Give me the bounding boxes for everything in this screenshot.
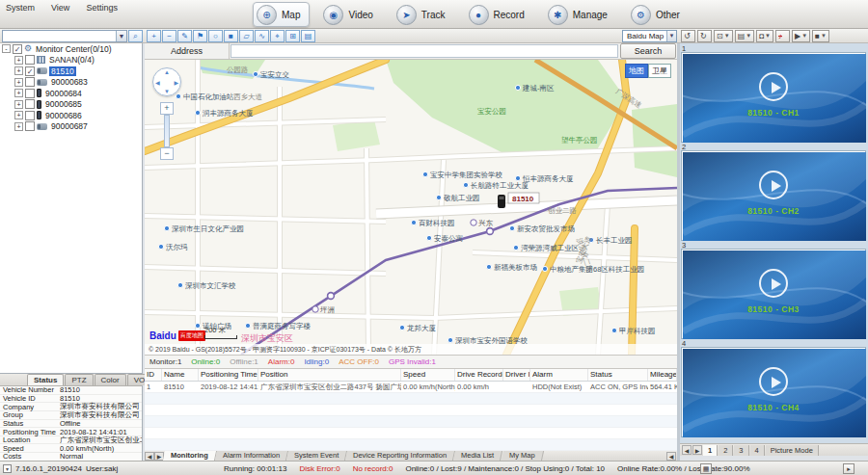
snapshot-icon[interactable]: ◘▼: [756, 30, 773, 42]
layout-grid-button[interactable]: ▦: [700, 463, 712, 474]
video-cell[interactable]: 181510 - CH1: [682, 44, 866, 142]
tree-expander[interactable]: +: [14, 111, 23, 119]
tree-item[interactable]: +90000687: [0, 121, 142, 133]
bottom-tab-device-reporting-information[interactable]: Device Reporting Information: [345, 451, 455, 461]
map-canvas[interactable]: 公园路宝安立交西乡大道中国石化加油站润丰源商务大厦建城-南区宝安公园望牛亭公园广…: [145, 60, 677, 355]
locate-tool[interactable]: ⌖: [270, 30, 285, 42]
play-icon[interactable]: [759, 72, 788, 101]
play-icon[interactable]: [759, 269, 788, 298]
video-cell[interactable]: 381510 - CH3: [682, 241, 866, 338]
bottom-tab-alarm-information[interactable]: Alarm Information: [215, 451, 288, 461]
pan-down-icon[interactable]: ▼: [164, 89, 170, 94]
toolbar-button-video[interactable]: ◉Video: [319, 2, 382, 27]
pan-up-icon[interactable]: ▲: [164, 69, 170, 75]
display-icon[interactable]: ▤▼: [735, 30, 755, 42]
video-frame[interactable]: 81510 - CH2: [682, 151, 865, 240]
video-page-tab-2[interactable]: 2: [719, 445, 733, 456]
fullscreen-icon[interactable]: ⊡▼: [714, 30, 733, 42]
tab-color[interactable]: Color: [95, 374, 126, 385]
search-button[interactable]: Search: [620, 43, 676, 59]
video-frame[interactable]: 81510 - CH4: [682, 348, 865, 436]
video-tab-scroll-right-icon[interactable]: ▶: [692, 445, 702, 455]
pan-right-icon[interactable]: ▶: [174, 79, 178, 86]
column-header[interactable]: Status: [588, 369, 648, 381]
rotate-right-icon[interactable]: ↻: [697, 30, 712, 42]
mute-icon[interactable]: ♪: [775, 30, 790, 42]
tree-checkbox[interactable]: [25, 89, 35, 98]
bottom-tab-system-event[interactable]: System Event: [286, 451, 347, 461]
chevron-down-icon[interactable]: ▼: [821, 31, 827, 41]
tree-checkbox[interactable]: ✓: [13, 44, 22, 54]
menu-item-view[interactable]: View: [49, 2, 71, 13]
bottom-tab-my-map[interactable]: My Map: [501, 451, 543, 461]
column-header[interactable]: Mileage: [648, 369, 677, 381]
fullscreen-tool[interactable]: ⊞: [285, 30, 300, 42]
menu-item-settings[interactable]: Settings: [84, 2, 120, 13]
zoom-slider[interactable]: [164, 115, 170, 147]
pan-left-icon[interactable]: ◀: [155, 79, 160, 86]
column-header[interactable]: Driver Inform: [503, 369, 530, 381]
zoom-in-tool[interactable]: +: [147, 30, 161, 42]
flag-tool[interactable]: ⚑: [193, 30, 207, 42]
satellite-mode-button[interactable]: 卫星: [648, 64, 671, 78]
tab-ptz[interactable]: PTZ: [65, 374, 93, 385]
tree-expander[interactable]: +: [14, 122, 23, 131]
bottom-tab-monitoring[interactable]: Monitoring: [163, 451, 217, 461]
tree-item[interactable]: +✓81510: [0, 66, 142, 77]
layers-tool[interactable]: ▤: [301, 30, 315, 42]
video-frame[interactable]: 81510 - CH1: [682, 53, 865, 142]
tree-checkbox[interactable]: [25, 111, 35, 120]
tree-item[interactable]: +90000683: [0, 77, 142, 89]
tree-expander[interactable]: +: [14, 89, 23, 97]
map-compass[interactable]: ▲ ▼ ◀ ▶: [152, 67, 181, 96]
tree-item[interactable]: +90000685: [0, 99, 142, 111]
video-page-tab-3[interactable]: 3: [734, 445, 748, 456]
toolbar-button-manage[interactable]: ✱Manage: [544, 2, 617, 27]
column-header[interactable]: Position: [258, 369, 401, 381]
zoom-out-button[interactable]: −: [160, 147, 174, 160]
video-cell[interactable]: 281510 - CH2: [682, 143, 866, 240]
column-header[interactable]: Name: [162, 369, 199, 381]
video-tab-scroll-left-icon[interactable]: ◀: [682, 445, 692, 455]
play-icon[interactable]: [759, 171, 788, 199]
polyline-tool[interactable]: ∿: [255, 30, 269, 42]
column-header[interactable]: Drive Recorder Speed: [455, 369, 503, 381]
tree-checkbox[interactable]: ✓: [25, 66, 35, 76]
chevron-down-icon[interactable]: ▼: [801, 31, 807, 41]
tree-expander[interactable]: +: [14, 66, 23, 75]
stop-icon[interactable]: ■▼: [812, 30, 829, 42]
toolbar-button-other[interactable]: ⚙Other: [627, 2, 690, 27]
video-page-tab-1[interactable]: 1: [703, 445, 718, 456]
tree-search-combo[interactable]: ▼: [2, 30, 127, 42]
toolbar-button-record[interactable]: ●Record: [465, 2, 534, 27]
chevron-down-icon[interactable]: ▼: [724, 31, 730, 41]
map-mode-button[interactable]: 地图: [625, 64, 648, 78]
toolbar-button-map[interactable]: ⊕Map: [253, 2, 310, 27]
tree-checkbox[interactable]: [25, 121, 35, 131]
menu-item-system[interactable]: System: [4, 2, 37, 13]
zoom-out-tool[interactable]: −: [162, 30, 176, 42]
tree-item[interactable]: +90000686: [0, 110, 142, 121]
video-page-tab-picture-mode[interactable]: Picture Mode: [766, 445, 819, 456]
tree-expander[interactable]: -: [2, 44, 11, 53]
tab-status[interactable]: Status: [27, 374, 64, 385]
tree-checkbox[interactable]: [25, 99, 35, 109]
tab-scroll-left-icon[interactable]: ◀: [145, 452, 154, 461]
column-header[interactable]: ID: [145, 369, 162, 381]
video-frame[interactable]: 81510 - CH3: [682, 250, 865, 338]
search-icon[interactable]: ⌕: [128, 30, 143, 42]
map-provider-select[interactable]: Baidu Map▼: [622, 30, 677, 42]
rectangle-tool[interactable]: ■: [224, 30, 238, 42]
video-cell[interactable]: 481510 - CH4: [682, 339, 866, 436]
table-row[interactable]: 1815102019-08-12 14:41:01广东省深圳市宝安区创业二路43…: [145, 382, 677, 393]
chevron-down-icon[interactable]: ▼: [666, 31, 676, 41]
chevron-down-icon[interactable]: ▼: [746, 31, 751, 41]
chevron-down-icon[interactable]: ▼: [116, 31, 126, 41]
tree-expander[interactable]: +: [14, 56, 23, 65]
draw-tool[interactable]: ✎: [177, 30, 192, 42]
tree-item[interactable]: -✓⚙Monitor Center(0/10): [0, 43, 142, 55]
circle-tool[interactable]: ○: [208, 30, 223, 42]
polygon-tool[interactable]: ▱: [239, 30, 254, 42]
play-icon[interactable]: [759, 367, 788, 396]
tree-expander[interactable]: +: [14, 100, 23, 109]
